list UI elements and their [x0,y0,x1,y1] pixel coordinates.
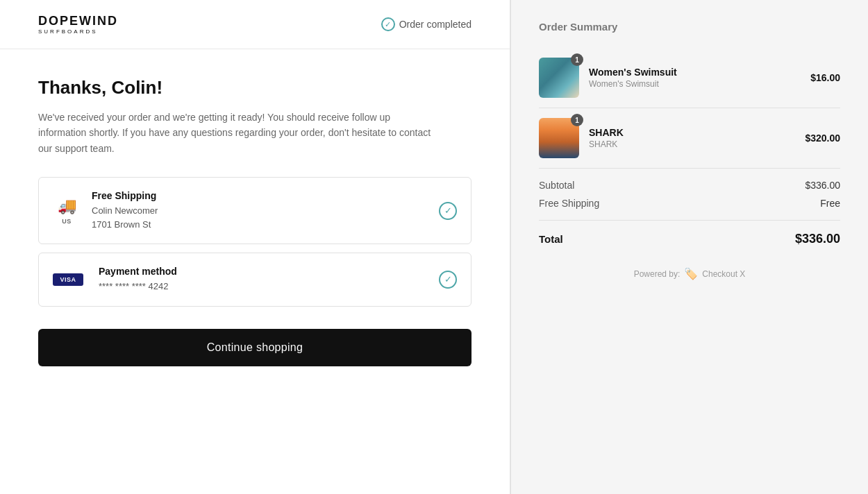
shipping-row: Free Shipping Free [539,198,840,209]
order-status-text: Order completed [399,19,471,30]
shipping-label: Free Shipping [92,190,457,201]
continue-shopping-button[interactable]: Continue shopping [38,329,471,366]
total-value: $336.00 [795,232,840,246]
summary-rows: Subtotal $336.00 Free Shipping Free [539,169,840,221]
left-panel: DOPEWIND SURFBOARDS ✓ Order completed Th… [0,0,510,494]
shipping-summary-value: Free [820,198,840,209]
brand-sub: SURFBOARDS [38,28,98,35]
product-name-swimsuit: Women's Swimsuit [589,67,801,78]
shipping-check-icon: ✓ [439,202,457,220]
product-price-swimsuit: $16.00 [810,72,840,83]
shipping-card: 🚚 US Free Shipping Colin Newcomer 1701 B… [38,177,471,244]
product-info-shark: SHARK SHARK [589,127,795,149]
powered-by: Powered by: 🏷️ Checkout X [539,267,840,280]
product-img-wrapper-swimsuit: 1 [539,58,579,98]
card-number: **** **** **** 4242 [99,280,457,293]
customer-name: Colin Newcomer [92,204,457,218]
product-img-wrapper-shark: 1 [539,118,579,158]
total-row: Total $336.00 [539,221,840,246]
truck-icon: 🚚 [58,197,76,215]
product-variant-swimsuit: Women's Swimsuit [589,79,801,89]
logo: DOPEWIND SURFBOARDS [38,14,118,35]
header: DOPEWIND SURFBOARDS ✓ Order completed [0,0,510,49]
order-status-badge: ✓ Order completed [381,17,471,31]
right-panel: Order Summary 1 Women's Swimsuit Women's… [510,0,868,494]
powered-by-brand: Checkout X [702,269,745,279]
product-item-shark: 1 SHARK SHARK $320.00 [539,108,840,169]
subtotal-row: Subtotal $336.00 [539,180,840,191]
checkmark-icon: ✓ [381,17,395,31]
checkout-x-icon: 🏷️ [684,267,698,280]
product-list: 1 Women's Swimsuit Women's Swimsuit $16.… [539,48,840,169]
quantity-badge-shark: 1 [571,114,583,126]
product-name-shark: SHARK [589,127,795,138]
total-label: Total [539,233,563,245]
powered-by-label: Powered by: [634,269,681,279]
thanks-heading: Thanks, Colin! [38,77,471,99]
shipping-summary-label: Free Shipping [539,198,599,209]
main-content: Thanks, Colin! We've received your order… [0,49,510,494]
product-info-swimsuit: Women's Swimsuit Women's Swimsuit [589,67,801,89]
payment-card-content: Payment method **** **** **** 4242 [99,266,457,293]
shipping-icon-area: 🚚 US [53,197,81,225]
quantity-badge-swimsuit: 1 [571,53,583,66]
customer-address: 1701 Brown St [92,218,457,232]
subtotal-label: Subtotal [539,180,574,191]
payment-label: Payment method [99,266,457,277]
product-variant-shark: SHARK [589,139,795,149]
thanks-description: We've received your order and we're gett… [38,110,441,156]
payment-icon-area: VISA [53,273,87,286]
order-summary-title: Order Summary [539,21,840,33]
product-price-shark: $320.00 [805,133,840,144]
product-item-swimsuit: 1 Women's Swimsuit Women's Swimsuit $16.… [539,48,840,108]
visa-icon: VISA [53,273,83,286]
country-badge: US [62,218,72,225]
subtotal-value: $336.00 [805,180,840,191]
payment-check-icon: ✓ [439,271,457,289]
payment-card: VISA Payment method **** **** **** 4242 … [38,253,471,307]
brand-name: DOPEWIND [38,14,118,28]
shipping-card-content: Free Shipping Colin Newcomer 1701 Brown … [92,190,457,231]
